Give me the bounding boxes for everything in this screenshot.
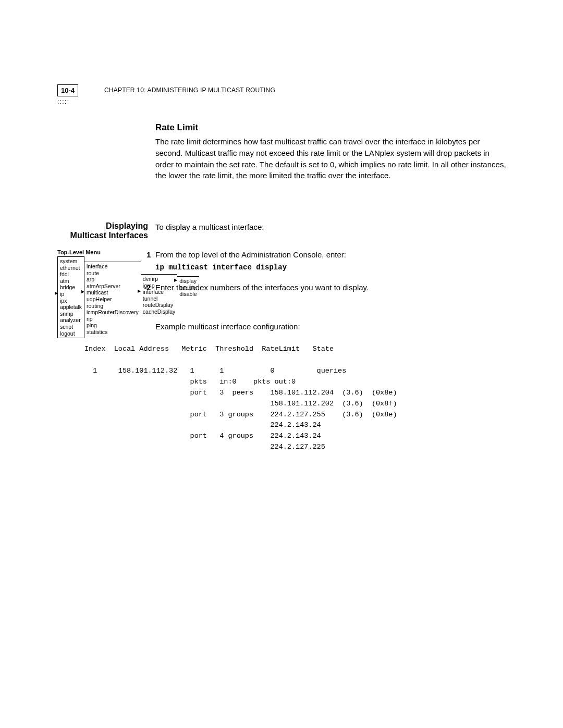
menu-item: enable xyxy=(179,285,197,291)
menu-col-1: system ethernet fddi atm bridge ip ipx a… xyxy=(57,256,84,338)
menu-item: icmpRouterDiscovery xyxy=(87,309,139,316)
menu-item: statistics xyxy=(87,329,139,336)
menu-item-selected: ip xyxy=(60,291,82,298)
menu-item: ipx xyxy=(60,298,82,304)
menu-item: script xyxy=(60,324,82,330)
menu-item: routeDisplay xyxy=(143,302,175,309)
displaying-intro-text: To display a multicast interface: xyxy=(155,223,264,231)
menu-item: analyzer xyxy=(60,317,82,324)
menu-col-3: dvmrp igmp interface tunnel routeDisplay… xyxy=(141,274,177,316)
menu-title: Top-Level Menu xyxy=(57,249,199,255)
page-number-box: 10-4 xyxy=(57,84,78,96)
chapter-title: CHAPTER 10: ADMINISTERING IP MULTICAST R… xyxy=(104,87,275,94)
menu-item: fddi xyxy=(60,271,82,278)
menu-item: arp xyxy=(87,276,139,283)
menu-item: dvmrp xyxy=(143,276,175,282)
menu-item: atm xyxy=(60,278,82,285)
menu-item: system xyxy=(60,258,82,265)
menu-item: tunnel xyxy=(143,295,175,302)
step-1-text: From the top level of the Administration… xyxy=(155,250,506,259)
menu-item: route xyxy=(87,270,139,277)
menu-item: interface xyxy=(87,263,139,270)
step-2-text: Enter the index numbers of the interface… xyxy=(155,283,506,292)
menu-col-2: interface route arp atmArpServer multica… xyxy=(84,262,141,337)
menu-diagram: Top-Level Menu system ethernet fddi atm … xyxy=(57,249,199,338)
menu-item: igmp xyxy=(143,282,175,289)
page-header: 10-4 · · · · ·· · · · CHAPTER 10: ADMINI… xyxy=(57,84,506,105)
menu-item: routing xyxy=(87,303,139,310)
menu-item: bridge xyxy=(60,284,82,291)
main-content: Rate Limit The rate limit determines how… xyxy=(155,122,507,191)
menu-item-selected: multicast xyxy=(87,289,139,296)
menu-item-selected: interface xyxy=(143,289,175,295)
side-heading: Displaying Multicast Interfaces xyxy=(54,221,148,240)
menu-item: atmArpServer xyxy=(87,283,139,290)
menu-item: rip xyxy=(87,316,139,323)
page: 10-4 · · · · ·· · · · CHAPTER 10: ADMINI… xyxy=(0,0,563,728)
rate-limit-paragraph: The rate limit determines how fast multi… xyxy=(155,136,507,181)
menu-item: snmp xyxy=(60,311,82,317)
example-output: Index Local Address Metric Threshold Rat… xyxy=(84,344,397,453)
dots-decoration: · · · · ·· · · · xyxy=(57,98,506,105)
menu-item: udpHelper xyxy=(87,296,139,303)
menu-col-4: display enable disable xyxy=(177,276,199,299)
side-heading-line2: Multicast Interfaces xyxy=(54,231,148,240)
menu-item: appletalk xyxy=(60,304,82,311)
displaying-intro: To display a multicast interface: xyxy=(155,223,506,231)
side-heading-line1: Displaying xyxy=(54,221,148,231)
rate-limit-heading: Rate Limit xyxy=(155,122,507,133)
menu-item-selected: display xyxy=(179,278,197,285)
menu-item: cacheDisplay xyxy=(143,309,175,315)
menu-item: ethernet xyxy=(60,265,82,272)
menu-item: disable xyxy=(179,291,197,298)
menu-item: ping xyxy=(87,322,139,329)
menu-item: logout xyxy=(60,330,82,337)
